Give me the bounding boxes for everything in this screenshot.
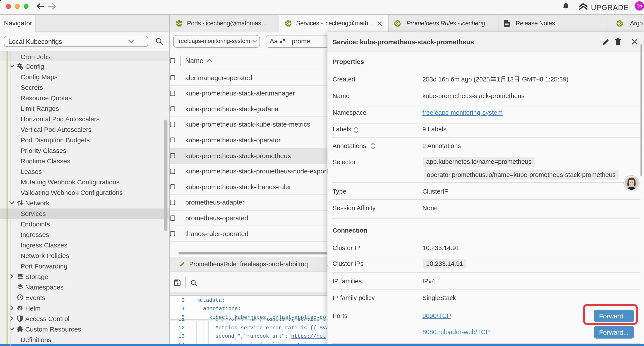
svg-text:HELM: HELM (17, 307, 22, 309)
